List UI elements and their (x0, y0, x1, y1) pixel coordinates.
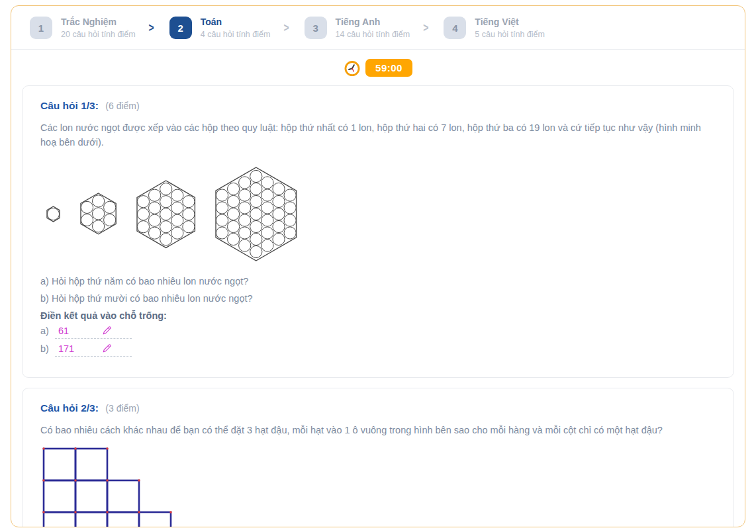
quiz-page: 1 Trắc Nghiệm 20 câu hỏi tính điểm > 2 T… (0, 5, 756, 532)
step-text: Trắc Nghiệm 20 câu hỏi tính điểm (61, 17, 136, 39)
stepper-step-trac-nghiem[interactable]: 1 Trắc Nghiệm 20 câu hỏi tính điểm (30, 17, 136, 39)
step-text: Tiếng Việt 5 câu hỏi tính điểm (475, 17, 545, 39)
question-points: (6 điểm) (105, 101, 139, 111)
question-title: Câu hỏi 1/3: (40, 100, 99, 111)
stepper-step-tieng-anh[interactable]: 3 Tiếng Anh 14 câu hỏi tính điểm (305, 17, 410, 39)
step-title: Tiếng Việt (475, 17, 545, 28)
step-subtitle: 14 câu hỏi tính điểm (336, 30, 410, 39)
staircase-grid-figure (40, 447, 716, 527)
sub-question-b: b) Hỏi hộp thứ mười có bao nhiêu lon nướ… (40, 290, 716, 307)
answer-input-a[interactable]: 61 (55, 326, 132, 339)
answer-row-b: b) 171 (40, 343, 716, 357)
step-number-badge: 4 (444, 17, 466, 39)
stepper-step-tieng-viet[interactable]: 4 Tiếng Việt 5 câu hỏi tính điểm (444, 17, 545, 39)
question-text: Các lon nước ngọt được xếp vào các hộp t… (40, 121, 716, 150)
chevron-right-icon: > (283, 21, 289, 34)
answer-prefix: b) (40, 343, 49, 354)
step-text: Tiếng Anh 14 câu hỏi tính điểm (336, 17, 410, 39)
timer-badge: 59:00 (365, 59, 412, 77)
hexagon-cans-figure (40, 166, 716, 262)
step-number-badge: 2 (169, 17, 192, 39)
stepper: 1 Trắc Nghiệm 20 câu hỏi tính điểm > 2 T… (11, 6, 745, 50)
question-card-2: Câu hỏi 2/3: (3 điểm) Có bao nhiêu cách … (22, 388, 734, 527)
chevron-right-icon: > (423, 21, 428, 34)
answer-value: 61 (58, 326, 69, 336)
answer-value: 171 (58, 343, 74, 354)
step-subtitle: 5 câu hỏi tính điểm (475, 30, 545, 39)
fill-instruction-label: Điền kết quả vào chỗ trống: (40, 310, 716, 321)
step-title: Trắc Nghiệm (61, 17, 136, 28)
timer-row: 59:00 (11, 59, 745, 77)
answer-prefix: a) (40, 326, 49, 336)
step-subtitle: 20 câu hỏi tính điểm (61, 30, 136, 39)
question-header: Câu hỏi 2/3: (3 điểm) (40, 402, 716, 414)
question-header: Câu hỏi 1/3: (6 điểm) (40, 100, 716, 112)
step-title: Tiếng Anh (336, 17, 410, 28)
pencil-icon[interactable] (102, 326, 112, 335)
step-number-badge: 1 (30, 17, 52, 39)
step-subtitle: 4 câu hỏi tính điểm (201, 30, 271, 39)
question-title: Câu hỏi 2/3: (40, 402, 99, 414)
chevron-right-icon: > (149, 21, 154, 34)
step-text: Toán 4 câu hỏi tính điểm (201, 17, 271, 39)
step-number-badge: 3 (305, 17, 327, 39)
question-text: Có bao nhiêu cách khác nhau để bạn có th… (40, 423, 716, 438)
quiz-container: 1 Trắc Nghiệm 20 câu hỏi tính điểm > 2 T… (11, 5, 745, 527)
answer-input-b[interactable]: 171 (55, 343, 132, 357)
sub-question-a: a) Hỏi hộp thứ năm có bao nhiêu lon nước… (40, 273, 716, 290)
pencil-icon[interactable] (102, 343, 112, 353)
question-points: (3 điểm) (105, 403, 139, 414)
question-card-1: Câu hỏi 1/3: (6 điểm) Các lon nước ngọt … (22, 85, 734, 378)
step-title: Toán (201, 17, 271, 28)
stepper-step-toan[interactable]: 2 Toán 4 câu hỏi tính điểm (169, 17, 271, 39)
answer-row-a: a) 61 (40, 326, 716, 339)
alarm-clock-icon (344, 60, 361, 77)
